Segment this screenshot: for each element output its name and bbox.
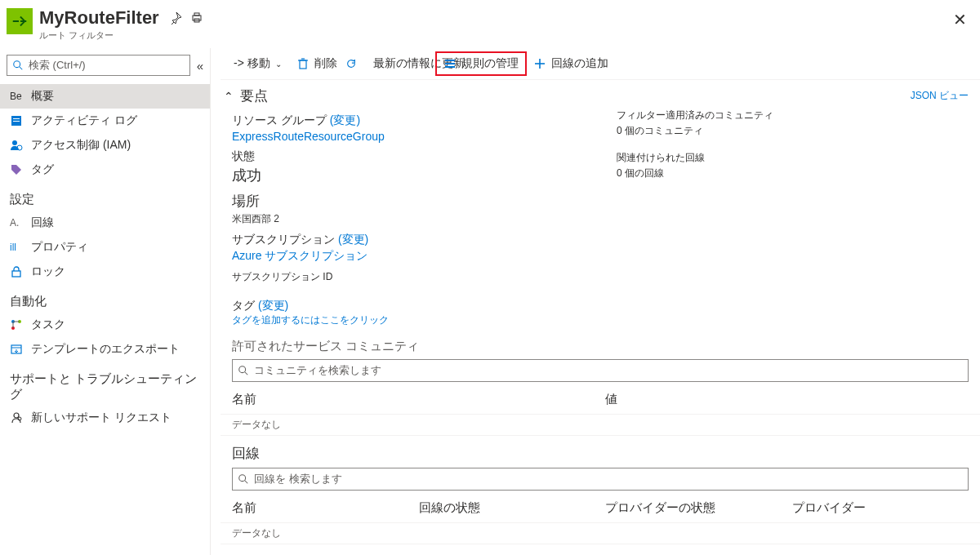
location-label: 場所 [232, 192, 584, 211]
nav-tasks[interactable]: タスク [0, 313, 210, 337]
svg-point-28 [239, 366, 246, 373]
communities-table-header: 名前 値 [220, 384, 980, 414]
sub-change-link[interactable]: (変更) [338, 233, 368, 246]
collapse-sidebar-button[interactable]: « [197, 59, 203, 73]
section-support: サポートと トラブルシューティング [0, 362, 210, 406]
page-title: MyRouteFilter [39, 8, 159, 28]
associated-circuits-label: 関連付けられた回線 [617, 151, 969, 165]
circuits-search-input[interactable]: 回線を 検索します [232, 468, 969, 491]
communities-nodata: データなし [220, 414, 980, 436]
nav-lock[interactable]: ロック [0, 260, 210, 284]
essentials-title: 要点 [240, 87, 268, 105]
subscription-label: サブスクリプション (変更) [232, 233, 584, 247]
support-icon [10, 411, 23, 424]
svg-rect-20 [300, 60, 306, 69]
associated-circuits-value: 0 個の回線 [617, 166, 969, 180]
svg-rect-1 [194, 13, 199, 16]
overview-icon: Be [10, 90, 23, 103]
svg-line-4 [20, 67, 23, 70]
svg-rect-7 [13, 121, 20, 122]
tasks-icon [10, 318, 23, 331]
nav-activity-log[interactable]: アクティビティ ログ [0, 109, 210, 133]
section-settings: 設定 [0, 182, 210, 211]
col-value: 値 [605, 392, 978, 407]
nav-new-support-request[interactable]: 新しいサポート リクエスト [0, 406, 210, 430]
col-name: 名前 [232, 392, 605, 407]
filter-communities-value: 0 個のコミュニティ [617, 124, 969, 138]
sidebar-search-input[interactable]: 検索 (Ctrl+/) [7, 55, 190, 76]
col-circuit-state: 回線の状態 [419, 500, 606, 516]
tag-icon [10, 163, 23, 176]
status-label: 状態 [232, 149, 584, 164]
section-automation: 自動化 [0, 284, 210, 313]
location-value: 米国西部 2 [232, 212, 584, 226]
activity-log-icon [10, 114, 23, 127]
trash-icon [296, 57, 310, 70]
col-provider-state: プロバイダーの状態 [605, 500, 792, 516]
resource-icon [7, 8, 33, 34]
svg-line-29 [245, 372, 248, 375]
print-icon[interactable] [190, 11, 203, 24]
resource-type-label: ルート フィルター [39, 29, 159, 42]
sidebar-search-placeholder: 検索 (Ctrl+/) [29, 58, 86, 73]
svg-rect-10 [12, 271, 20, 277]
essentials-toggle[interactable]: ⌃ [224, 90, 234, 103]
svg-rect-24 [445, 63, 455, 64]
svg-point-30 [239, 475, 246, 482]
nav-access-control[interactable]: アクセス制御 (IAM) [0, 133, 210, 158]
manage-rules-button[interactable]: 規則の管理 [437, 53, 525, 74]
properties-icon: ill [10, 241, 23, 254]
lock-icon [10, 265, 23, 278]
svg-rect-23 [445, 60, 455, 61]
svg-rect-25 [445, 66, 455, 68]
svg-point-18 [14, 413, 19, 418]
nav-tags[interactable]: タグ [0, 158, 210, 182]
svg-rect-6 [13, 118, 20, 119]
col-provider: プロバイダー [792, 500, 979, 516]
subscription-value[interactable]: Azure サブスクリプション [232, 249, 584, 264]
export-template-icon [10, 343, 23, 356]
nav-circuits[interactable]: A. 回線 [0, 211, 210, 235]
add-tags-link[interactable]: タグを追加するにはここをクリック [232, 313, 969, 327]
refresh-icon [345, 57, 359, 70]
col-name: 名前 [232, 500, 419, 516]
rg-change-link[interactable]: (変更) [330, 113, 360, 127]
communities-search-input[interactable]: コミュニティを検索します [232, 359, 969, 382]
status-value: 成功 [232, 166, 584, 185]
tags-label: タグ (変更) [232, 299, 969, 313]
tags-change-link[interactable]: (変更) [258, 299, 288, 312]
plus-icon [533, 57, 546, 70]
pin-icon[interactable] [169, 11, 182, 24]
filter-communities-label: フィルター適用済みのコミュニティ [617, 109, 969, 122]
circuits-icon: A. [10, 216, 23, 229]
svg-line-31 [245, 481, 248, 484]
close-icon[interactable]: ✕ [953, 8, 967, 29]
rg-value[interactable]: ExpressRouteResourceGroup [232, 130, 584, 143]
nav-overview[interactable]: Be 概要 [0, 84, 210, 109]
circuits-section-title: 回線 [232, 444, 969, 463]
subscription-id-label: サブスクリプション ID [232, 270, 584, 284]
communities-section-title: 許可されたサービス コミュニティ [232, 339, 969, 354]
json-view-link[interactable]: JSON ビュー [911, 89, 969, 103]
nav-export-template[interactable]: テンプレートのエクスポート [0, 337, 210, 362]
chevron-down-icon: ⌄ [275, 60, 282, 69]
rg-label: リソース グループ (変更) [232, 113, 584, 128]
manage-rules-icon [443, 57, 457, 70]
delete-button[interactable]: 削除 [290, 53, 365, 74]
circuits-nodata: データなし [220, 522, 980, 544]
add-circuit-button[interactable]: 回線の追加 [527, 53, 615, 74]
move-button[interactable]: -> 移動 ⌄ [227, 53, 288, 74]
circuits-table-header: 名前 回線の状態 プロバイダーの状態 プロバイダー [220, 492, 980, 522]
svg-point-3 [14, 61, 20, 68]
access-control-icon [10, 139, 23, 152]
nav-properties[interactable]: ill プロパティ [0, 235, 210, 260]
svg-point-8 [12, 140, 17, 145]
